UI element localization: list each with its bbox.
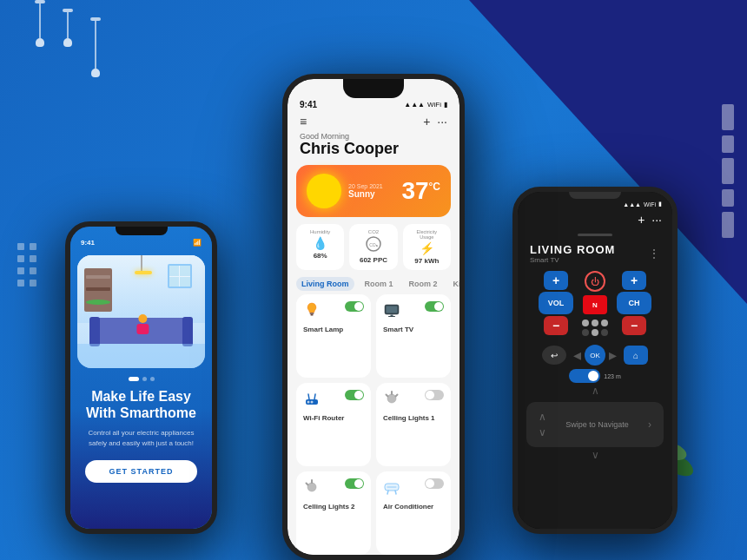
ceiling-toggle-2[interactable] [345, 478, 364, 489]
wifi-label: 123 m [604, 373, 620, 379]
right-add-icon[interactable]: + [638, 213, 645, 227]
remote-controls: + VOL − ⏻ N [526, 271, 664, 338]
tv-toggle[interactable] [425, 301, 444, 312]
svg-line-20 [314, 394, 315, 399]
living-room-more[interactable]: ⋮ [648, 247, 660, 260]
ch-minus-button[interactable]: − [622, 316, 646, 335]
power-button[interactable]: ⏻ [585, 271, 605, 292]
ac-toggle[interactable] [425, 478, 444, 489]
phone-center-notch [343, 79, 404, 98]
right-divider [578, 234, 612, 236]
right-wifi: WiFi [644, 201, 656, 208]
lamp-name: Smart Lamp [303, 326, 364, 333]
ceiling-toggle-1[interactable] [425, 390, 444, 400]
living-room-sub: Smart TV [530, 256, 615, 264]
device-smart-tv[interactable]: Smart TV [376, 294, 451, 378]
vol-plus-button[interactable]: + [544, 271, 568, 290]
tab-room2[interactable]: Room 2 [404, 277, 443, 291]
phone-left-page-dots [129, 377, 155, 381]
device-smart-lamp[interactable]: Smart Lamp [296, 294, 371, 378]
tab-living-room[interactable]: Living Room [296, 277, 354, 291]
device-air-conditioner[interactable]: Air Conditioner [376, 471, 451, 555]
phone-left-status-bar: 9:41 📶 [70, 235, 212, 250]
arrow-down-icon: ∨ [592, 449, 599, 461]
swipe-nav[interactable]: ∧ ∨ Swipe to Navigate › [526, 402, 664, 447]
devices-grid: Smart Lamp Smart TV Wi-Fi [296, 294, 451, 555]
weather-card: 20 Sep 2021 Sunny 37°C [296, 165, 451, 217]
weather-date: 20 Sep 2021 [348, 183, 401, 189]
living-room-title: LIVING ROOM [530, 243, 615, 256]
ceiling-name-2: Celling Lights 2 [303, 503, 364, 511]
co2-icon: CO₂ [366, 236, 381, 254]
living-room-header: LIVING ROOM Smart TV ⋮ [518, 240, 672, 267]
router-icon [303, 390, 321, 411]
lamp-toggle[interactable] [345, 301, 364, 312]
ceiling-icon-2 [303, 478, 321, 499]
ch-plus-button[interactable]: + [622, 271, 646, 290]
nav-left-icon[interactable]: ◂ [573, 346, 581, 365]
svg-rect-15 [388, 316, 395, 317]
tab-kitchen[interactable]: Kitch... [448, 277, 459, 291]
electricity-card: ElectricityUsage ⚡ 97 kWh [403, 224, 451, 270]
right-more-icon[interactable]: ··· [651, 213, 662, 227]
ac-name: Air Conditioner [383, 503, 444, 511]
nav-right-icon[interactable]: ▸ [609, 346, 617, 365]
greeting-name: Chris Cooper [300, 141, 447, 158]
right-signal: ▲▲▲ [623, 201, 641, 208]
center-header: ≡ + ··· [288, 109, 459, 130]
electricity-label: ElectricityUsage [417, 229, 438, 240]
nav-row: ↩ ◂ OK ▸ ⌂ [542, 345, 648, 366]
right-bars-decoration [722, 104, 734, 238]
device-wifi-router[interactable]: Wi-Fi Router [296, 383, 371, 466]
electricity-icon: ⚡ [420, 241, 434, 255]
device-ceiling-lights-1[interactable]: Celling Lights 1 [376, 383, 451, 466]
vol-minus-button[interactable]: − [544, 316, 568, 335]
arrow-up-icon: ∧ [592, 385, 599, 397]
left-dots-decoration [17, 243, 36, 287]
get-started-button[interactable]: GET STARTED [85, 460, 198, 483]
vol-control: + VOL − [539, 271, 573, 338]
hanging-light-2 [63, 9, 73, 77]
dot-2 [142, 377, 147, 381]
phone-right: ▲▲▲ WiFi ▮ + ··· LIVING ROOM Smart TV ⋮ … [512, 187, 678, 534]
router-name: Wi-Fi Router [303, 414, 364, 422]
phone-left-notch [116, 227, 168, 235]
swipe-text: Swipe to Navigate [565, 420, 629, 429]
ceiling-icon-1 [383, 390, 400, 411]
device-ceiling-lights-2[interactable]: Celling Lights 2 [296, 471, 371, 555]
add-icon[interactable]: + [423, 115, 430, 128]
tab-room1[interactable]: Room 1 [360, 277, 399, 291]
menu-icon[interactable]: ≡ [300, 115, 307, 128]
wifi-toggle-switch[interactable] [569, 369, 600, 383]
center-time: 9:41 [300, 100, 317, 109]
swipe-nav-section: ∧ ∧ ∨ Swipe to Navigate › ∨ [526, 385, 664, 461]
co2-value: 602 PPC [360, 256, 387, 264]
router-toggle[interactable] [345, 390, 364, 400]
ac-icon [383, 478, 400, 499]
weather-condition: Sunny [348, 189, 401, 199]
netflix-button[interactable]: N [583, 295, 607, 314]
room-tabs: Living Room Room 1 Room 2 Kitch... [288, 273, 459, 294]
svg-line-19 [308, 394, 309, 399]
back-button[interactable]: ↩ [542, 346, 566, 365]
svg-line-29 [387, 491, 388, 494]
phone-left-time: 9:41 [81, 239, 95, 247]
svg-line-27 [307, 483, 308, 484]
more-icon[interactable]: ··· [437, 115, 447, 128]
lamp-icon [303, 301, 321, 322]
svg-point-21 [387, 394, 396, 403]
svg-line-30 [395, 491, 396, 494]
onboarding-title: Make Life EasyWith Smarthome [76, 388, 207, 421]
nav-center-button[interactable]: OK [585, 345, 605, 366]
phone-center-status-bar: 9:41 ▲▲▲ WiFi ▮ [288, 98, 459, 109]
svg-point-25 [307, 483, 316, 491]
home-button[interactable]: ⌂ [624, 346, 648, 365]
svg-rect-10 [310, 313, 314, 314]
tv-name: Smart TV [383, 326, 444, 333]
greeting-section: Good Morning Chris Cooper [288, 130, 459, 161]
ch-control: + CH − [617, 271, 651, 338]
phone-center: 9:41 ▲▲▲ WiFi ▮ ≡ + ··· Good Morning Chr… [282, 74, 465, 560]
svg-point-17 [307, 400, 310, 403]
phone-right-status: ▲▲▲ WiFi ▮ [518, 199, 672, 209]
svg-point-18 [311, 400, 314, 403]
